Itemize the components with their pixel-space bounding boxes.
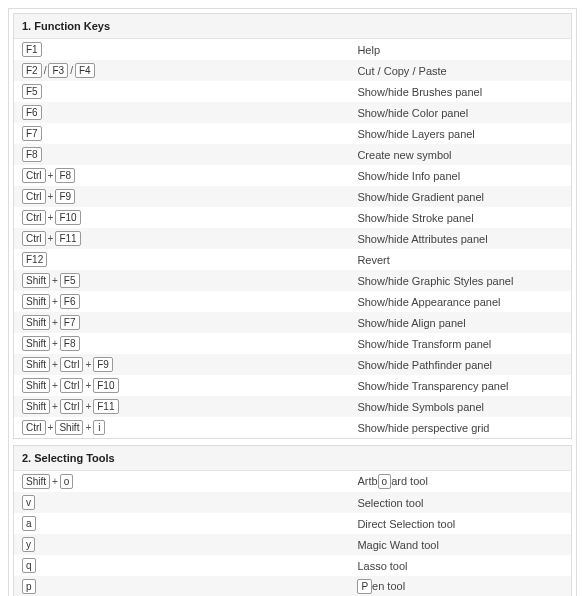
key-i: i <box>93 420 105 435</box>
key-ctrl: Ctrl <box>22 231 46 246</box>
shortcut-keys: F6 <box>22 105 357 120</box>
shortcut-keys: F8 <box>22 147 357 162</box>
shortcut-row: aDirect Selection tool <box>14 513 571 534</box>
key-f1: F1 <box>22 42 42 57</box>
shortcut-row: F12Revert <box>14 249 571 270</box>
key-join: + <box>52 476 58 487</box>
key-join: + <box>48 170 54 181</box>
shortcut-description: Show/hide Layers panel <box>357 128 563 140</box>
key-ctrl: Ctrl <box>60 378 84 393</box>
shortcut-description: Artboard tool <box>357 474 563 489</box>
section-header: 2. Selecting Tools <box>14 446 571 471</box>
key-f3: F3 <box>48 63 68 78</box>
shortcut-row: Shift+Ctrl+F9Show/hide Pathfinder panel <box>14 354 571 375</box>
key-join: + <box>52 275 58 286</box>
shortcut-description: Selection tool <box>357 497 563 509</box>
key-join: + <box>48 212 54 223</box>
key-join: + <box>85 359 91 370</box>
key-sep: / <box>44 65 47 76</box>
shortcut-row: Ctrl+F10Show/hide Stroke panel <box>14 207 571 228</box>
shortcut-keys: Shift+F6 <box>22 294 357 309</box>
shortcut-keys: Shift+F8 <box>22 336 357 351</box>
key-shift: Shift <box>22 399 50 414</box>
shortcut-row: F6Show/hide Color panel <box>14 102 571 123</box>
key-ctrl: Ctrl <box>60 399 84 414</box>
shortcut-row: yMagic Wand tool <box>14 534 571 555</box>
key-f11: F11 <box>93 399 118 414</box>
shortcut-row: qLasso tool <box>14 555 571 576</box>
shortcut-keys: F7 <box>22 126 357 141</box>
shortcut-keys: Ctrl+F10 <box>22 210 357 225</box>
shortcut-description: Show/hide Graphic Styles panel <box>357 275 563 287</box>
shortcut-keys: Ctrl+F8 <box>22 168 357 183</box>
shortcut-keys: F2/F3/F4 <box>22 63 357 78</box>
key-f8: F8 <box>55 168 75 183</box>
shortcut-description: Show/hide perspective grid <box>357 422 563 434</box>
key-f7: F7 <box>22 126 42 141</box>
shortcut-reference: 1. Function KeysF1HelpF2/F3/F4Cut / Copy… <box>8 8 577 596</box>
key-f8: F8 <box>60 336 80 351</box>
shortcut-row: Shift+F5Show/hide Graphic Styles panel <box>14 270 571 291</box>
key-sep: / <box>70 65 73 76</box>
key-p: p <box>22 579 36 594</box>
key-join: + <box>85 380 91 391</box>
shortcut-keys: Shift+F7 <box>22 315 357 330</box>
shortcut-description: Direct Selection tool <box>357 518 563 530</box>
key-shift: Shift <box>22 357 50 372</box>
shortcut-row: F5Show/hide Brushes panel <box>14 81 571 102</box>
shortcut-keys: Shift+Ctrl+F9 <box>22 357 357 372</box>
shortcut-row: F1Help <box>14 39 571 60</box>
shortcut-row: Shift+Ctrl+F10Show/hide Transparency pan… <box>14 375 571 396</box>
key-shift: Shift <box>22 273 50 288</box>
key-y: y <box>22 537 35 552</box>
shortcut-description: Magic Wand tool <box>357 539 563 551</box>
shortcut-row: vSelection tool <box>14 492 571 513</box>
key-f9: F9 <box>93 357 113 372</box>
key-shift: Shift <box>22 378 50 393</box>
key-shift: Shift <box>22 315 50 330</box>
shortcut-description: Show/hide Color panel <box>357 107 563 119</box>
shortcut-row: Ctrl+F8Show/hide Info panel <box>14 165 571 186</box>
key-join: + <box>52 359 58 370</box>
shortcut-row: Ctrl+F9Show/hide Gradient panel <box>14 186 571 207</box>
shortcut-keys: a <box>22 516 357 531</box>
key-f8: F8 <box>22 147 42 162</box>
shortcut-description: Create new symbol <box>357 149 563 161</box>
shortcut-keys: F12 <box>22 252 357 267</box>
key-f7: F7 <box>60 315 80 330</box>
key-f4: F4 <box>75 63 95 78</box>
shortcut-row: Shift+oArtboard tool <box>14 471 571 492</box>
shortcut-description: Show/hide Appearance panel <box>357 296 563 308</box>
key-join: + <box>85 422 91 433</box>
key-f10: F10 <box>55 210 80 225</box>
shortcut-description: Show/hide Stroke panel <box>357 212 563 224</box>
shortcut-row: F7Show/hide Layers panel <box>14 123 571 144</box>
key-ctrl: Ctrl <box>60 357 84 372</box>
shortcut-keys: y <box>22 537 357 552</box>
key-join: + <box>52 317 58 328</box>
shortcut-description: Show/hide Align panel <box>357 317 563 329</box>
shortcut-row: Shift+Ctrl+F11Show/hide Symbols panel <box>14 396 571 417</box>
key-join: + <box>52 401 58 412</box>
shortcut-description: Lasso tool <box>357 560 563 572</box>
shortcut-keys: Shift+Ctrl+F10 <box>22 378 357 393</box>
shortcut-row: Ctrl+Shift+iShow/hide perspective grid <box>14 417 571 438</box>
key-ctrl: Ctrl <box>22 189 46 204</box>
key-join: + <box>52 296 58 307</box>
shortcut-row: F8Create new symbol <box>14 144 571 165</box>
section: 2. Selecting ToolsShift+oArtboard toolvS… <box>13 445 572 596</box>
key-f6: F6 <box>60 294 80 309</box>
shortcut-description: Revert <box>357 254 563 266</box>
key-ctrl: Ctrl <box>22 168 46 183</box>
shortcut-keys: v <box>22 495 357 510</box>
key-f6: F6 <box>22 105 42 120</box>
key-join: + <box>48 422 54 433</box>
key-f5: F5 <box>60 273 80 288</box>
key-f9: F9 <box>55 189 75 204</box>
key-f5: F5 <box>22 84 42 99</box>
shortcut-row: Shift+F8Show/hide Transform panel <box>14 333 571 354</box>
key-f11: F11 <box>55 231 80 246</box>
shortcut-keys: F1 <box>22 42 357 57</box>
shortcut-keys: Ctrl+F11 <box>22 231 357 246</box>
shortcut-row: F2/F3/F4Cut / Copy / Paste <box>14 60 571 81</box>
